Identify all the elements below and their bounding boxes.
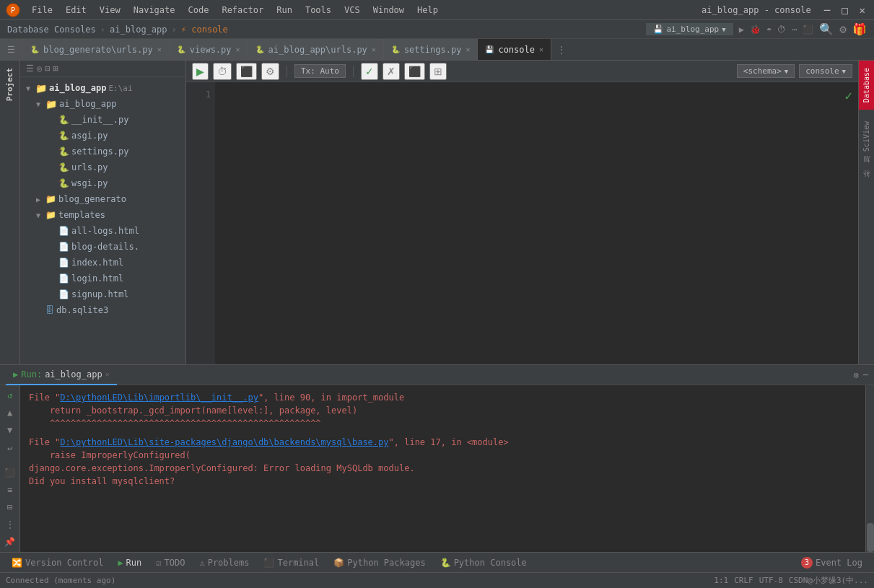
maximize-button[interactable]: □ [839, 4, 850, 16]
sidebar-collapse-icon[interactable]: ⊟ [45, 63, 50, 74]
code-editor[interactable] [215, 82, 858, 364]
tree-file-settings[interactable]: 🐍 settings.py [20, 144, 185, 159]
sidebar-expand-icon[interactable]: ⊞ [53, 63, 58, 74]
menu-tools[interactable]: Tools [300, 4, 337, 17]
schema-selector[interactable]: <schema> ▼ [737, 64, 795, 78]
editor-content-area: 1 ✓ [186, 82, 858, 364]
todo-item[interactable]: ☑ TODO [150, 556, 191, 569]
close-button[interactable]: ✕ [857, 4, 868, 16]
sidebar-locate-icon[interactable]: ◎ [37, 63, 42, 74]
tree-file-index[interactable]: 📄 index.html [20, 255, 185, 271]
stop-button[interactable]: ⬛ [236, 63, 257, 80]
output-link-1[interactable]: D:\pythonLED\Lib\importlib\__init__.py [60, 392, 258, 403]
wrap-icon[interactable]: ↵ [3, 440, 17, 455]
tree-file-init[interactable]: 🐍 __init__.py [20, 112, 185, 128]
history-button[interactable]: ⏱ [213, 63, 232, 80]
console-scrollbar[interactable] [865, 385, 874, 552]
tab-blog-urls[interactable]: 🐍 blog_generato\urls.py ✕ [23, 39, 170, 61]
project-sidebar: ☰ ◎ ⊟ ⊞ ▼ 📁 ai_blog_app E:\ai ▼ 📁 ai_blo… [20, 61, 186, 364]
rerun-icon[interactable]: ↺ [3, 388, 17, 403]
tab-more[interactable]: ⋮ [551, 45, 572, 55]
cancel-button[interactable]: ⬛ [404, 63, 425, 80]
output-link-2[interactable]: D:\pythonLED\Lib\site-packages\django\db… [60, 437, 388, 447]
bottom-content: ↺ ▲ ▼ ↵ ⬛ ≡ ⊟ ⋮ 📌 File "D:\pythonLED\Lib… [0, 385, 874, 552]
rollback-button[interactable]: ✗ [383, 63, 400, 80]
version-control-item[interactable]: 🔀 Version Control [6, 556, 109, 569]
tab-ai-urls[interactable]: 🐍 ai_blog_app\urls.py ✕ [248, 39, 384, 61]
menu-code[interactable]: Code [183, 4, 215, 17]
toolbar-more-btn[interactable]: ⋯ [792, 25, 797, 35]
menu-vcs[interactable]: VCS [338, 4, 366, 17]
tree-file-login[interactable]: 📄 login.html [20, 271, 185, 286]
tree-root-ai-blog-app[interactable]: ▼ 📁 ai_blog_app E:\ai [20, 80, 185, 96]
tab-toggle-sidebar[interactable]: ☰ [0, 39, 23, 61]
terminal-item[interactable]: ⬛ Terminal [258, 556, 325, 569]
run-item[interactable]: ▶ Run [112, 556, 147, 569]
tree-file-wsgi[interactable]: 🐍 wsgi.py [20, 175, 185, 191]
tree-file-asgi[interactable]: 🐍 asgi.py [20, 128, 185, 144]
menu-navigate[interactable]: Navigate [128, 4, 181, 17]
run-tab[interactable]: ▶ Run: ai_blog_app ✕ [6, 365, 117, 385]
run-config-selector[interactable]: 💾 ai_blog_app ▼ [646, 23, 733, 35]
panel-minimize-icon[interactable]: ─ [863, 370, 868, 380]
menu-run[interactable]: Run [271, 4, 298, 17]
python-packages-item[interactable]: 📦 Python Packages [328, 556, 431, 569]
menu-help[interactable]: Help [411, 4, 444, 17]
minimize-button[interactable]: ─ [821, 4, 833, 16]
tab-settings[interactable]: 🐍 settings.py ✕ [384, 39, 478, 61]
event-log-item[interactable]: 3 Event Log [795, 556, 868, 570]
toolbar-coverage-btn[interactable]: ☂ [766, 25, 772, 35]
menu-window[interactable]: Window [367, 4, 410, 17]
toolbar-run-btn[interactable]: ▶ [739, 25, 744, 35]
console-selector[interactable]: console ▼ [799, 64, 852, 78]
extra-tab-2[interactable]: 补 [860, 180, 874, 186]
menu-view[interactable]: View [94, 4, 126, 17]
menu-file[interactable]: File [26, 4, 58, 17]
tree-file-all-logs[interactable]: 📄 all-logs.html [20, 223, 185, 239]
breadcrumb-console[interactable]: ⚡ console [181, 25, 228, 35]
output-line-3: ^^^^^^^^^^^^^^^^^^^^^^^^^^^^^^^^^^^^^^^^… [29, 417, 857, 430]
format-button[interactable]: ⚙ [261, 63, 279, 80]
tx-dropdown[interactable]: Tx: Auto [294, 64, 346, 78]
table-view-button[interactable]: ⊞ [429, 63, 447, 80]
toolbar-debug-btn[interactable]: 🐞 [750, 25, 761, 35]
tree-folder-templates[interactable]: ▼ 📁 templates [20, 207, 185, 223]
python-console-item[interactable]: 🐍 Python Console [434, 556, 533, 569]
menu-refactor[interactable]: Refactor [216, 4, 269, 17]
tree-file-blog-details[interactable]: 📄 blog-details. [20, 239, 185, 255]
run-query-button[interactable]: ▶ [192, 63, 209, 80]
tree-file-signup[interactable]: 📄 signup.html [20, 286, 185, 302]
toolbar-settings-btn[interactable]: ⚙ [839, 22, 847, 36]
tab-console[interactable]: 💾 console ✕ [478, 39, 551, 61]
tree-file-urls[interactable]: 🐍 urls.py [20, 159, 185, 175]
commit-button[interactable]: ✓ [361, 63, 378, 80]
tab-views[interactable]: 🐍 views.py ✕ [170, 39, 248, 61]
scroll-up-icon[interactable]: ▲ [3, 405, 17, 420]
sciview-tab[interactable]: SciView [860, 115, 873, 157]
breadcrumb-ai-blog-app[interactable]: ai_blog_app [110, 25, 167, 35]
stop-run-icon[interactable]: ⬛ [3, 465, 17, 480]
toolbar-toolbox-btn[interactable]: 🎁 [852, 22, 867, 36]
toolbar-stop-btn[interactable]: ⬛ [803, 25, 813, 35]
tree-folder-blog-generator[interactable]: ▶ 📁 blog_generato [20, 191, 185, 207]
separator [287, 66, 287, 77]
tree-file-db-sqlite[interactable]: 🗄 db.sqlite3 [20, 302, 185, 318]
toolbar-search-btn[interactable]: 🔍 [819, 22, 834, 36]
tree-folder-ai-blog-app[interactable]: ▼ 📁 ai_blog_app [20, 96, 185, 112]
problems-item[interactable]: ⚠ Problems [193, 556, 255, 569]
database-tab[interactable]: Database [860, 61, 873, 110]
scroll-down-icon[interactable]: ▼ [3, 423, 17, 437]
pin-icon[interactable]: 📌 [3, 535, 17, 549]
filter-icon[interactable]: ⊟ [3, 500, 17, 514]
left-panel-tabs: Project [0, 61, 20, 364]
menu-edit[interactable]: Edit [60, 4, 92, 17]
sidebar-menu-icon[interactable]: ☰ [26, 63, 34, 74]
scrollbar-thumb[interactable] [867, 523, 874, 552]
panel-settings-icon[interactable]: ⚙ [854, 370, 859, 380]
project-tab[interactable]: Project [2, 62, 17, 107]
more-icon[interactable]: ≡ [3, 483, 17, 497]
extra-tab[interactable]: 加 [860, 166, 874, 172]
bottom-more-icon[interactable]: ⋮ [3, 517, 17, 532]
breadcrumb-database-consoles[interactable]: Database Consoles [7, 25, 96, 35]
toolbar-profile-btn[interactable]: ⏱ [777, 25, 786, 35]
